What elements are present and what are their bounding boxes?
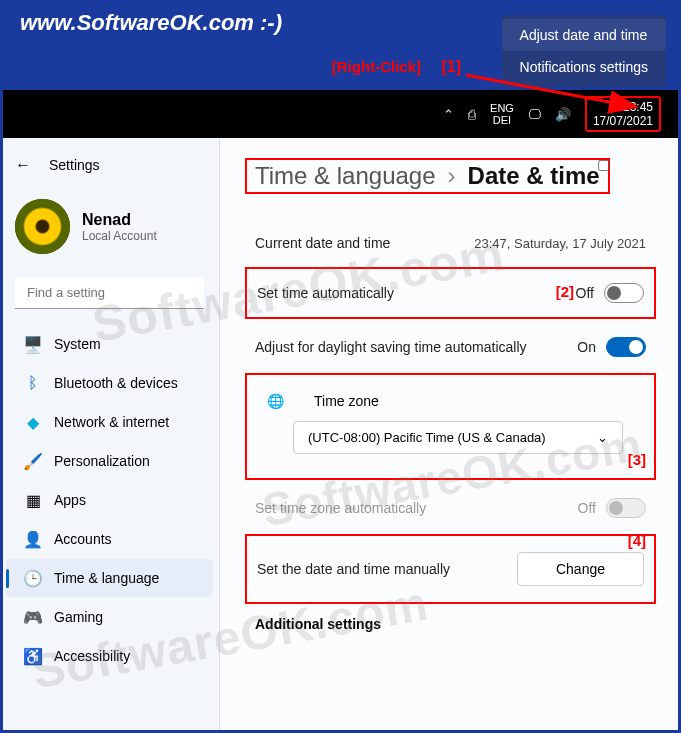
current-datetime-row: Current date and time 23:47, Saturday, 1… [245, 219, 656, 267]
brush-icon: 🖌️ [24, 452, 42, 470]
marker-2: [2] [556, 283, 574, 300]
gaming-icon: 🎮 [24, 608, 42, 626]
nav-list: 🖥️System ᛒBluetooth & devices ◆Network &… [0, 325, 219, 675]
volume-icon[interactable]: 🔊 [555, 107, 571, 122]
sidebar-item-label: Apps [54, 492, 86, 508]
manual-time-box: [4] Set the date and time manually Chang… [245, 534, 656, 604]
breadcrumb-parent[interactable]: Time & language [255, 162, 436, 190]
user-info: Nenad Local Account [82, 211, 157, 243]
auto-time-toggle[interactable]: Off [576, 283, 644, 303]
dst-toggle[interactable]: On [577, 337, 646, 357]
auto-time-state: Off [576, 285, 594, 301]
tutorial-banner: www.SoftwareOK.com :-) Adjust date and t… [0, 0, 681, 90]
bluetooth-icon: ᛒ [24, 374, 42, 392]
change-button[interactable]: Change [517, 552, 644, 586]
accessibility-icon: ♿ [24, 647, 42, 665]
clock-date: 17/07/2021 [593, 114, 653, 128]
sidebar-item-label: Time & language [54, 570, 159, 586]
accounts-icon: 👤 [24, 530, 42, 548]
maximize-icon[interactable]: ▢ [597, 156, 610, 172]
sidebar-item-label: Bluetooth & devices [54, 375, 178, 391]
globe-icon: 🌐 [267, 393, 284, 409]
chevron-right-icon: › [448, 162, 456, 190]
clock-icon: 🕒 [24, 569, 42, 587]
toggle-switch-disabled [606, 498, 646, 518]
chevron-up-icon[interactable]: ⌃ [443, 107, 454, 122]
dst-label: Adjust for daylight saving time automati… [255, 338, 577, 356]
sidebar-item-accounts[interactable]: 👤Accounts [6, 520, 213, 558]
current-dt-label: Current date and time [255, 235, 474, 251]
user-type: Local Account [82, 229, 157, 243]
timezone-label: Time zone [314, 393, 379, 409]
search-input[interactable] [15, 277, 204, 309]
auto-time-box: Set time automatically [2] Off [245, 267, 656, 319]
right-click-annotation: [Right-Click] [332, 58, 421, 75]
current-dt-value: 23:47, Saturday, 17 July 2021 [474, 236, 646, 251]
sidebar-item-label: System [54, 336, 101, 352]
settings-sidebar: ← Settings Nenad Local Account 🖥️System … [0, 138, 220, 733]
monitor-icon[interactable]: 🖵 [528, 107, 541, 122]
device-icon[interactable]: ⎙ [468, 107, 476, 122]
breadcrumb-current: Date & time [468, 162, 600, 190]
auto-time-label: Set time automatically [257, 285, 576, 301]
sidebar-item-system[interactable]: 🖥️System [6, 325, 213, 363]
menu-adjust-date-time[interactable]: Adjust date and time [502, 19, 666, 51]
chevron-down-icon: ⌄ [597, 430, 608, 445]
marker-4: [4] [628, 532, 646, 549]
manual-label: Set the date and time manually [257, 561, 517, 577]
settings-window: ← Settings Nenad Local Account 🖥️System … [0, 138, 681, 733]
dst-state: On [577, 339, 596, 355]
sidebar-header: ← Settings [0, 148, 219, 189]
breadcrumb: Time & language › Date & time ▢ [245, 158, 610, 194]
lang-top: ENG [490, 102, 514, 114]
sidebar-item-label: Gaming [54, 609, 103, 625]
settings-content: Time & language › Date & time ▢ Current … [220, 138, 681, 733]
auto-tz-state: Off [578, 500, 596, 516]
sidebar-item-gaming[interactable]: 🎮Gaming [6, 598, 213, 636]
sidebar-item-time-language[interactable]: 🕒Time & language [6, 559, 213, 597]
avatar [15, 199, 70, 254]
lang-bottom: DEI [490, 114, 514, 126]
sidebar-item-label: Accessibility [54, 648, 130, 664]
dst-row: Adjust for daylight saving time automati… [245, 321, 656, 373]
menu-notifications-settings[interactable]: Notifications settings [502, 51, 666, 83]
wifi-icon: ◆ [24, 413, 42, 431]
timezone-box: 🌐 Time zone (UTC-08:00) Pacific Time (US… [245, 373, 656, 480]
marker-1: [1] [441, 58, 461, 76]
user-section[interactable]: Nenad Local Account [0, 189, 219, 272]
user-name: Nenad [82, 211, 157, 229]
sidebar-item-bluetooth[interactable]: ᛒBluetooth & devices [6, 364, 213, 402]
sidebar-item-accessibility[interactable]: ♿Accessibility [6, 637, 213, 675]
auto-tz-row: Set time zone automatically Off [245, 482, 656, 534]
language-indicator[interactable]: ENG DEI [490, 102, 514, 126]
system-icon: 🖥️ [24, 335, 42, 353]
toggle-switch-on[interactable] [606, 337, 646, 357]
auto-time-row: Set time automatically [2] Off [257, 277, 644, 309]
back-arrow-icon[interactable]: ← [15, 156, 31, 174]
taskbar-clock[interactable]: 23:45 17/07/2021 [585, 96, 661, 132]
toggle-switch-off[interactable] [604, 283, 644, 303]
additional-settings-heading: Additional settings [245, 606, 656, 642]
sidebar-item-apps[interactable]: ▦Apps [6, 481, 213, 519]
taskbar: ⌃ ⎙ ENG DEI 🖵 🔊 23:45 17/07/2021 [0, 90, 681, 138]
sidebar-item-label: Network & internet [54, 414, 169, 430]
marker-3: [3] [628, 451, 646, 468]
timezone-value: (UTC-08:00) Pacific Time (US & Canada) [308, 430, 546, 445]
timezone-label-row: 🌐 Time zone [289, 393, 634, 409]
timezone-row: 🌐 Time zone (UTC-08:00) Pacific Time (US… [257, 383, 644, 470]
sidebar-item-label: Accounts [54, 531, 112, 547]
sidebar-item-network[interactable]: ◆Network & internet [6, 403, 213, 441]
sidebar-item-personalization[interactable]: 🖌️Personalization [6, 442, 213, 480]
auto-tz-toggle: Off [578, 498, 646, 518]
sidebar-item-label: Personalization [54, 453, 150, 469]
auto-tz-label: Set time zone automatically [255, 500, 578, 516]
settings-title: Settings [49, 157, 100, 173]
taskbar-context-menu: Adjust date and time Notifications setti… [502, 15, 666, 87]
clock-time: 23:45 [593, 100, 653, 114]
manual-time-row: Set the date and time manually Change [257, 544, 644, 594]
apps-icon: ▦ [24, 491, 42, 509]
timezone-select[interactable]: (UTC-08:00) Pacific Time (US & Canada) ⌄ [293, 421, 623, 454]
